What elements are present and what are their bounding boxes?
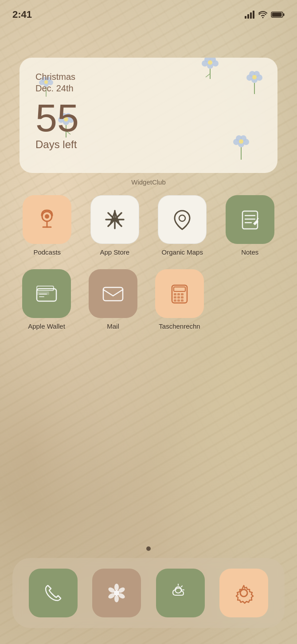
app-item-mail[interactable]: Mail <box>84 269 142 330</box>
mail-icon <box>100 281 126 306</box>
svg-rect-69 <box>177 299 180 302</box>
app-label-calculator: Taschenrechn <box>159 322 200 330</box>
svg-rect-1 <box>283 13 285 16</box>
page-dot-active <box>146 546 151 551</box>
status-time: 2:41 <box>12 9 32 20</box>
svg-rect-68 <box>174 299 176 302</box>
signal-icon <box>245 11 254 19</box>
app-row-2: Apple Wallet Mail <box>13 269 284 330</box>
svg-rect-59 <box>103 287 123 301</box>
podcasts-icon <box>34 207 60 232</box>
app-icon-mail[interactable] <box>89 269 137 318</box>
svg-point-7 <box>202 60 208 67</box>
wifi-icon <box>258 11 268 18</box>
app-label-wallet: Apple Wallet <box>28 322 65 330</box>
svg-point-82 <box>240 589 247 597</box>
app-item-notes[interactable]: Notes <box>221 195 279 256</box>
calculator-icon <box>167 281 192 306</box>
app-item-podcasts[interactable]: Podcasts <box>18 195 76 256</box>
widget-days-label: Days left <box>35 138 262 151</box>
app-row-1: Podcasts App Store <box>13 195 284 256</box>
appstore-icon <box>102 206 128 233</box>
svg-rect-70 <box>181 299 184 302</box>
svg-rect-49 <box>242 211 258 229</box>
dock <box>12 558 285 628</box>
countdown-widget: Christmas Dec. 24th 55 Days left <box>20 58 277 173</box>
photos-icon <box>105 581 129 605</box>
app-label-podcasts: Podcasts <box>33 248 61 256</box>
svg-point-3 <box>207 63 213 69</box>
svg-point-75 <box>114 595 119 602</box>
svg-point-4 <box>212 60 219 67</box>
page-dots <box>0 546 297 551</box>
widget-source: WidgetClub <box>0 178 297 186</box>
app-label-organicmaps: Organic Maps <box>162 248 203 256</box>
svg-point-41 <box>45 214 49 219</box>
app-icon-organicmaps[interactable] <box>158 195 207 244</box>
svg-rect-66 <box>177 296 180 298</box>
app-label-notes: Notes <box>241 248 258 256</box>
svg-rect-61 <box>174 287 185 291</box>
svg-point-72 <box>114 584 119 591</box>
app-icon-calculator[interactable] <box>155 269 204 318</box>
organicmaps-icon <box>169 206 195 233</box>
svg-rect-64 <box>181 293 184 295</box>
app-icon-wallet[interactable] <box>22 269 71 318</box>
svg-rect-67 <box>181 296 184 298</box>
app-label-mail: Mail <box>107 322 119 330</box>
dock-icon-photos[interactable] <box>92 569 141 617</box>
dock-icon-weather[interactable] <box>156 569 205 617</box>
svg-line-81 <box>181 586 182 587</box>
app-icon-notes[interactable] <box>226 195 274 244</box>
settings-icon <box>232 581 256 605</box>
notes-icon <box>237 207 263 232</box>
widget-event-name: Christmas <box>35 71 262 82</box>
svg-point-6 <box>204 58 211 63</box>
app-grid: Podcasts App Store <box>0 195 297 343</box>
app-icon-appstore[interactable] <box>90 195 139 244</box>
wallet-icon <box>33 281 60 306</box>
widget-days-number: 55 <box>35 98 262 137</box>
svg-rect-62 <box>174 293 176 295</box>
app-item-organicmaps[interactable]: Organic Maps <box>153 195 211 256</box>
svg-point-8 <box>208 60 212 65</box>
svg-point-5 <box>210 58 216 63</box>
phone-icon <box>41 581 65 605</box>
app-icon-podcasts[interactable] <box>23 195 71 244</box>
weather-icon <box>168 581 193 605</box>
app-item-calculator[interactable]: Taschenrechn <box>151 269 208 330</box>
app-label-appstore: App Store <box>100 248 129 256</box>
svg-rect-65 <box>174 296 176 298</box>
svg-rect-63 <box>177 293 180 295</box>
status-bar: 2:41 <box>0 0 297 24</box>
svg-point-48 <box>179 215 185 221</box>
svg-rect-2 <box>272 13 282 17</box>
app-item-wallet[interactable]: Apple Wallet <box>18 269 75 330</box>
dock-icon-phone[interactable] <box>29 569 78 617</box>
status-icons <box>245 11 285 19</box>
battery-icon <box>271 11 285 18</box>
widget-event-date: Dec. 24th <box>35 82 262 94</box>
app-item-appstore[interactable]: App Store <box>86 195 144 256</box>
svg-line-53 <box>257 218 258 220</box>
dock-icon-settings[interactable] <box>219 569 268 617</box>
